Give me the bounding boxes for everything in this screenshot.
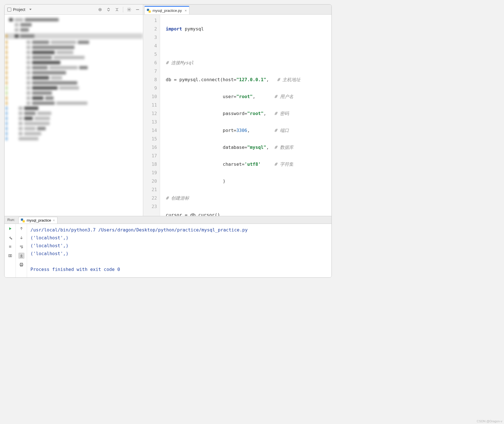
run-output-line: /usr/local/bin/python3.7 /Users/dragon/D… <box>30 226 328 234</box>
hide-icon[interactable] <box>134 6 141 13</box>
tab-mysql-practice[interactable]: mysql_practice.py × <box>144 6 189 14</box>
run-output[interactable]: /usr/local/bin/python3.7 /Users/dragon/D… <box>27 224 331 277</box>
run-output-line: ('localhost',) <box>30 234 328 242</box>
print-icon[interactable] <box>18 262 25 268</box>
tab-filename: mysql_practice.py <box>152 8 182 13</box>
rerun-icon[interactable] <box>7 226 13 232</box>
run-toolbar-primary <box>5 224 16 277</box>
project-tree[interactable] <box>5 15 143 216</box>
up-icon[interactable] <box>18 226 25 232</box>
wrench-icon[interactable] <box>7 235 13 241</box>
scroll-to-end-icon[interactable] <box>18 253 25 259</box>
run-tabs: Run: mysql_practice × <box>5 216 331 224</box>
svg-rect-4 <box>8 255 10 257</box>
python-icon <box>147 9 151 13</box>
run-tool-window: Run: mysql_practice × <box>5 216 331 277</box>
line-gutter: 1234567891011121314151617181920212223 <box>143 15 160 216</box>
chevron-down-icon <box>29 9 32 10</box>
code-area[interactable]: import pymysql # 连接Mysql db = pymysql.co… <box>160 15 331 216</box>
run-tab-mysql-practice[interactable]: mysql_practice × <box>18 217 57 224</box>
project-icon <box>7 8 11 12</box>
expand-all-icon[interactable] <box>105 6 112 13</box>
main-row: 1234567891011121314151617181920212223 im… <box>5 15 331 216</box>
run-output-line: ('localhost',) <box>30 242 328 250</box>
project-label-text: Project <box>13 7 25 12</box>
gear-icon[interactable] <box>125 6 133 13</box>
soft-wrap-icon[interactable] <box>18 244 25 250</box>
run-tab-label: mysql_practice <box>26 218 51 222</box>
svg-rect-3 <box>9 246 11 248</box>
code-editor[interactable]: 1234567891011121314151617181920212223 im… <box>143 15 331 216</box>
editor-tabs: mysql_practice.py × <box>143 5 331 14</box>
close-icon[interactable]: × <box>53 218 55 222</box>
project-toolbar <box>96 6 143 13</box>
top-row: Project <box>5 5 331 15</box>
stop-icon[interactable] <box>7 244 13 250</box>
svg-point-2 <box>129 9 130 10</box>
run-output-exit: Process finished with exit code 0 <box>30 266 328 273</box>
project-tree-blurred <box>5 15 143 144</box>
collapse-all-icon[interactable] <box>113 6 121 13</box>
close-icon[interactable]: × <box>185 8 187 13</box>
run-title: Run: <box>7 218 17 224</box>
project-header: Project <box>5 5 143 14</box>
run-body: /usr/local/bin/python3.7 /Users/dragon/D… <box>5 224 331 277</box>
layout-icon[interactable] <box>7 253 13 259</box>
locate-icon[interactable] <box>96 6 104 13</box>
run-toolbar-secondary <box>16 224 27 277</box>
run-output-line: ('localhost',) <box>30 250 328 258</box>
python-icon <box>21 218 25 222</box>
down-icon[interactable] <box>18 235 25 241</box>
svg-point-1 <box>100 9 101 10</box>
svg-rect-5 <box>10 255 12 257</box>
project-tool-label[interactable]: Project <box>7 7 32 12</box>
ide-window: Project <box>4 4 332 278</box>
